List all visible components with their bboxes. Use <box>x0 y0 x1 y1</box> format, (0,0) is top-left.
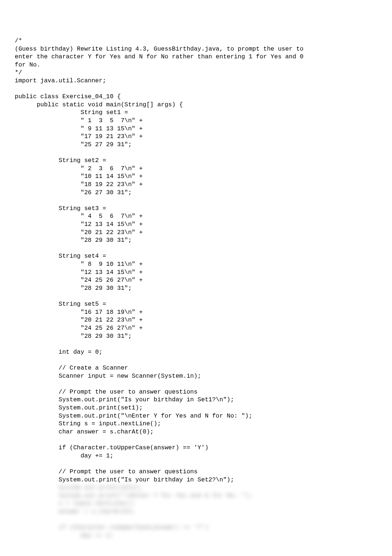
code-block: /* (Guess birthday) Rewrite Listing 4.3,… <box>15 37 377 484</box>
document-page: /* (Guess birthday) Rewrite Listing 4.3,… <box>0 0 392 556</box>
code-block-blurred: System.out.print(set2); System.out.print… <box>15 484 377 539</box>
